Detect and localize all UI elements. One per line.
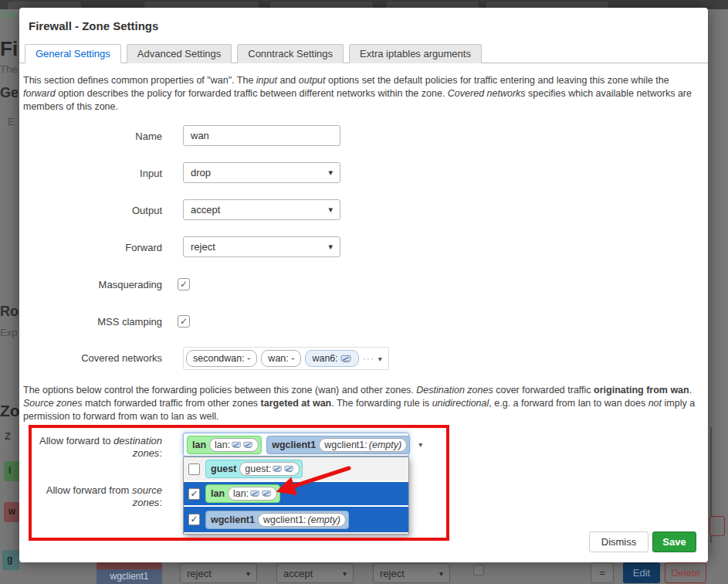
background-zone-badge-fragment bbox=[97, 562, 162, 569]
background-table-header-fragment: Z bbox=[5, 430, 11, 442]
network-pill: lan: bbox=[209, 438, 259, 452]
dismiss-button[interactable]: Dismiss bbox=[589, 531, 648, 552]
select-value: drop bbox=[191, 167, 211, 178]
wgclient1-checkbox[interactable]: ✓ bbox=[188, 514, 200, 525]
tab-conntrack-settings[interactable]: Conntrack Settings bbox=[237, 44, 344, 63]
input-label: Input bbox=[23, 168, 162, 180]
select-value: accept bbox=[191, 204, 220, 216]
select-value: reject bbox=[380, 568, 405, 579]
zone-name: wgclient1 bbox=[272, 440, 316, 450]
zone-tag-guest: guest guest: bbox=[205, 460, 303, 478]
forward-policy-select[interactable]: reject ▾ bbox=[183, 236, 340, 257]
zone-tag-wgclient1: wgclient1 wgclient1: (empty) bbox=[205, 511, 349, 529]
ethernet-icon bbox=[232, 441, 242, 449]
ethernet-icon bbox=[243, 441, 253, 449]
save-button[interactable]: Save bbox=[652, 531, 696, 552]
covered-networks-select[interactable]: secondwan: - wan: - wan6: ··· ▾ bbox=[183, 347, 389, 370]
zone-name-input[interactable] bbox=[183, 125, 340, 146]
zone-tag-wgclient1[interactable]: wgclient1 wgclient1: (empty) bbox=[266, 436, 410, 454]
destination-zones-select[interactable]: lan lan: wgclient1 wgclient1: (empty) ▾ bbox=[183, 433, 409, 457]
background-delete-button-fragment bbox=[709, 516, 725, 536]
background-section-fragment: Zo bbox=[0, 402, 20, 420]
dropdown-option-lan[interactable]: ✓ lan lan: bbox=[184, 482, 408, 507]
network-name: lan: bbox=[233, 488, 249, 499]
covered-networks-label: Covered networks bbox=[23, 352, 162, 365]
dialog-tab-bar: General Settings Advanced Settings Connt… bbox=[19, 44, 708, 63]
mss-clamping-checkbox[interactable]: ✓ bbox=[178, 315, 190, 328]
background-section-fragment: Ro bbox=[0, 304, 19, 320]
ethernet-icon bbox=[340, 355, 352, 363]
tab-advanced-settings[interactable]: Advanced Settings bbox=[127, 44, 232, 63]
background-edit-button[interactable]: Edit bbox=[623, 562, 660, 583]
background-masquerading-checkbox[interactable] bbox=[473, 565, 484, 576]
background-text-fragment: Exp bbox=[0, 327, 17, 338]
masquerading-label: Masquerading bbox=[23, 279, 162, 291]
chevron-down-icon: ▾ bbox=[343, 569, 347, 578]
network-name: lan: bbox=[215, 440, 230, 450]
ethernet-icon bbox=[250, 490, 260, 497]
ethernet-icon bbox=[273, 465, 283, 473]
background-zone-badge-wgclient1: wgclient1 bbox=[97, 569, 162, 584]
network-pill: guest: bbox=[239, 462, 300, 476]
masquerading-checkbox[interactable]: ✓ bbox=[178, 278, 190, 290]
output-policy-select[interactable]: accept ▾ bbox=[183, 199, 340, 220]
zone-tag-lan[interactable]: lan lan: bbox=[187, 436, 262, 454]
destination-zones-dropdown: guest guest: ✓ lan lan: bbox=[183, 457, 409, 535]
network-name: wgclient1: bbox=[324, 440, 367, 450]
dropdown-option-guest[interactable]: guest guest: bbox=[184, 457, 408, 482]
allow-forward-from-label: Allow forward from source zones: bbox=[23, 484, 162, 509]
empty-placeholder: (empty) bbox=[308, 514, 340, 525]
chip-label: wan6: bbox=[312, 353, 337, 364]
background-text-fragment: E bbox=[8, 116, 15, 127]
zone-name: wgclient1 bbox=[211, 514, 255, 525]
background-zone-badge-guest: g bbox=[2, 550, 19, 570]
forward-label: Forward bbox=[23, 242, 162, 254]
chevron-down-icon[interactable]: ▾ bbox=[378, 355, 382, 363]
background-page-title-fragment: Fi bbox=[0, 37, 18, 61]
network-name: wgclient1: bbox=[263, 514, 306, 525]
background-link-fragment: Ge bbox=[2, 8, 15, 20]
network-chip-secondwan[interactable]: secondwan: - bbox=[186, 350, 257, 367]
chevron-down-icon: ▾ bbox=[328, 205, 333, 215]
check-mark: ✓ bbox=[180, 316, 188, 327]
select-value: reject bbox=[191, 241, 215, 253]
name-label: Name bbox=[23, 131, 162, 143]
input-policy-select[interactable]: drop ▾ bbox=[183, 162, 340, 183]
chevron-down-icon: ▾ bbox=[328, 168, 333, 178]
check-mark: ✓ bbox=[190, 488, 198, 499]
allow-forward-to-label: Allow forward to destination zones: bbox=[23, 435, 162, 460]
network-chip-wan[interactable]: wan: - bbox=[261, 350, 301, 367]
background-input-policy-select[interactable]: reject ▾ bbox=[180, 563, 257, 583]
select-value: reject bbox=[187, 568, 212, 579]
zone-name: lan bbox=[192, 440, 206, 450]
network-chip-wan6[interactable]: wan6: bbox=[305, 350, 358, 367]
zone-name: guest bbox=[211, 463, 236, 474]
background-sort-button[interactable]: = bbox=[591, 562, 614, 583]
network-pill: wgclient1: (empty) bbox=[258, 513, 346, 527]
chevron-down-icon: ▾ bbox=[246, 569, 250, 578]
chevron-down-icon: ▾ bbox=[439, 569, 443, 578]
mss-clamping-label: MSS clamping bbox=[23, 316, 162, 328]
screen: Ge Fi The Ge E Ro Exp Zo Z l w g wgclien… bbox=[0, 0, 728, 584]
zone-name: lan bbox=[211, 488, 225, 499]
ethernet-icon bbox=[284, 465, 294, 473]
background-delete-button[interactable]: Delete bbox=[665, 562, 706, 583]
network-name: guest: bbox=[245, 463, 271, 474]
background-output-policy-select[interactable]: accept ▾ bbox=[276, 563, 354, 583]
guest-checkbox[interactable] bbox=[188, 463, 200, 475]
section-description: This section defines common properties o… bbox=[23, 74, 701, 114]
tab-extra-iptables-arguments[interactable]: Extra iptables arguments bbox=[349, 44, 482, 63]
select-value: accept bbox=[283, 568, 313, 579]
tab-general-settings[interactable]: General Settings bbox=[25, 44, 121, 63]
chevron-down-icon[interactable]: ▾ bbox=[415, 440, 426, 449]
forwarding-description: The options below control the forwarding… bbox=[23, 384, 701, 423]
lan-checkbox[interactable]: ✓ bbox=[188, 488, 200, 500]
chevron-down-icon: ▾ bbox=[328, 242, 333, 252]
zone-tag-lan: lan lan: bbox=[205, 484, 280, 503]
background-section-fragment: Ge bbox=[0, 85, 19, 101]
check-mark: ✓ bbox=[180, 279, 188, 290]
background-forward-policy-select[interactable]: reject ▾ bbox=[373, 563, 450, 583]
background-zone-badge-lan: l bbox=[4, 461, 21, 481]
dropdown-option-wgclient1[interactable]: ✓ wgclient1 wgclient1: (empty) bbox=[184, 507, 408, 532]
background-text-fragment: The bbox=[0, 63, 17, 75]
